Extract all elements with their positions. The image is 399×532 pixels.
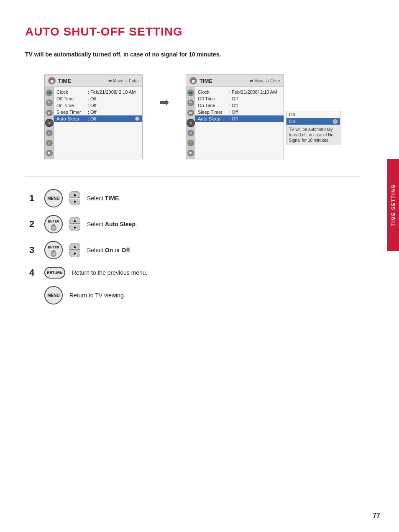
menu-nav-hint-left: ⇄ Move ⊙ Enter [108,79,139,83]
step-1-row: 1 MENU ▲ ▼ Select TIME. [29,189,360,207]
popup-note: TV will be automatically turned off, in … [286,125,340,145]
menu-header-left: ⏰ TIME ⇄ Move ⊙ Enter [45,75,142,87]
step-3-number: 3 [29,245,38,256]
page-number: 77 [373,512,380,519]
menu-item-empty1-right [195,122,284,128]
enter-button-step3[interactable]: ENTER [44,241,63,259]
divider [25,176,360,176]
nav-down-step1[interactable]: ▼ [69,199,80,205]
sidebar-icon-7: 📋 [46,150,53,156]
menu-body-left: 📺 📡 🖼 ⚙ ⏱ 🔒 📋 Clock : Feb/21/2008/ 2:10 … [45,87,142,159]
menu-nav-hint-right: ⇄ Move ⊙ Enter [250,79,280,83]
step-2-row: 2 ENTER ▲ ▼ Select Auto Sleep. [29,215,360,233]
sidebar-label: TIME SETTING [391,184,396,226]
nav-updown-step1: ▲ ▼ [69,191,80,205]
menu-header-right: ⏰ TIME ⇄ Move ⊙ Enter [186,75,284,87]
step-3-text: Select On or Off. [87,247,132,253]
step-1-text: Select TIME. [87,195,120,202]
menu-sidebar-right: 📺 📡 🖼 ⚙ ⏱ 🔒 📋 [186,87,195,159]
menu-item-autosleep-right: Auto Sleep : Off [195,115,284,122]
step-4-row: 4 RETURN Return to the previous menu. [29,267,360,279]
nav-down-step2[interactable]: ▼ [69,225,80,231]
step-2-text: Select Auto Sleep. [87,221,137,228]
dot-icon-left [135,116,140,121]
nav-up-step3[interactable]: ▲ [69,243,80,250]
step-menu-text: Return to TV viewing. [69,292,125,299]
return-button-step4[interactable]: RETURN [44,267,65,279]
sidebar-icon-2: 📡 [46,100,53,106]
subtitle: TV will be automatically turned off, in … [25,51,360,58]
enter-dot-step2 [51,224,56,228]
nav-up-step2[interactable]: ▲ [69,217,80,224]
menu-item-clock-left: Clock : Feb/21/2008/ 2:10 AM [54,89,142,95]
sidebar-icon-6: 🔒 [46,140,53,146]
step-menu-row: MENU Return to TV viewing. [29,286,360,304]
menu-item-empty1-left [54,122,142,128]
nav-up-step1[interactable]: ▲ [69,191,80,198]
sidebar-icon-r4-active: ⚙ [187,120,194,126]
popup-item-on: On [286,118,340,125]
popup-item-off: Off [286,111,340,118]
menu-item-sleeptimer-right: Sleep Timer : Off [195,109,284,115]
nav-updown-step2: ▲ ▼ [69,217,80,231]
step-3-row: 3 ENTER ▲ ▼ Select On or Off. [29,241,360,259]
sidebar-icon-r5: ⏱ [187,130,194,136]
page-title: AUTO SHUT-OFF SETTING [25,25,360,38]
menu-item-empty3-right [195,134,284,140]
nav-down-step3[interactable]: ▼ [69,251,80,257]
menu-item-clock-right: Clock : Feb/21/2008/ 2:10 AM [195,89,284,95]
menu-items-right: Clock : Feb/21/2008/ 2:10 AM Off Time : … [195,87,284,159]
steps-area: 1 MENU ▲ ▼ Select TIME. 2 ENTER ▲ ▼ [25,189,360,304]
sidebar-icon-1: 📺 [46,90,53,96]
menu-item-sleeptimer-left: Sleep Timer : Off [54,109,142,115]
sidebar-icon-r2: 📡 [187,100,194,106]
menu-item-offtime-left: Off Time : Off [54,95,142,102]
screenshots-area: ⏰ TIME ⇄ Move ⊙ Enter 📺 📡 🖼 ⚙ ⏱ 🔒 📋 [25,74,360,159]
step-4-text: Return to the previous menu. [72,269,148,276]
popup-box: Off On TV will be automatically turned o… [286,111,340,145]
menu-box-left: ⏰ TIME ⇄ Move ⊙ Enter 📺 📡 🖼 ⚙ ⏱ 🔒 📋 [44,74,143,159]
step-4-number: 4 [29,267,38,278]
menu-item-autosleep-left: Auto Sleep : Off [54,115,142,122]
sidebar-icon-r6: 🔒 [187,140,194,146]
clock-icon: ⏰ [48,77,56,84]
menu-button-last[interactable]: MENU [44,286,63,304]
menu-items-left: Clock : Feb/21/2008/ 2:10 AM Off Time : … [54,87,142,159]
sidebar-icon-3: 🖼 [46,110,53,116]
menu-box-right: ⏰ TIME ⇄ Move ⊙ Enter 📺 📡 🖼 ⚙ ⏱ [186,74,284,159]
step-2-number: 2 [29,219,38,230]
menu-item-empty2-left [54,128,142,134]
sidebar-icon-r7: 📋 [187,150,194,156]
sidebar-icon-r3: 🖼 [187,110,194,116]
menu-item-ontime-left: On Time : Off [54,102,142,109]
arrow-right: ➡ [159,95,169,109]
menu-button-step1[interactable]: MENU [44,189,63,207]
menu-body-right: 📺 📡 🖼 ⚙ ⏱ 🔒 📋 Clock : Feb/21/2008/ 2:10 … [186,87,284,159]
sidebar-tab: TIME SETTING [387,159,399,251]
clock-icon-right: ⏰ [189,77,197,84]
second-screenshot-wrapper: ⏰ TIME ⇄ Move ⊙ Enter 📺 📡 🖼 ⚙ ⏱ [186,74,340,159]
menu-item-ontime-right: On Time : Off [195,102,284,109]
nav-updown-step3: ▲ ▼ [69,243,80,257]
sidebar-icon-r1: 📺 [187,90,194,96]
menu-item-empty2-right [195,128,284,134]
popup-dot-icon [333,119,338,124]
menu-item-offtime-right: Off Time : Off [195,95,284,102]
menu-title-right: TIME [200,78,212,84]
enter-dot-step3 [51,250,56,254]
menu-sidebar-left: 📺 📡 🖼 ⚙ ⏱ 🔒 📋 [45,87,54,159]
enter-button-step2[interactable]: ENTER [44,215,63,233]
sidebar-icon-5: ⏱ [46,130,53,136]
menu-item-empty3-left [54,134,142,140]
sidebar-icon-4-active: ⚙ [46,120,53,126]
step-1-number: 1 [29,193,38,204]
menu-title-left: TIME [58,78,71,84]
